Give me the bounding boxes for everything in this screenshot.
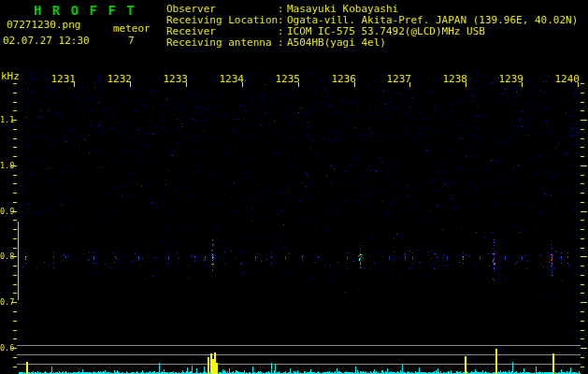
y-tick-label: 1.0 <box>0 162 14 170</box>
y-minor-tick-right <box>581 147 584 148</box>
y-minor-tick <box>13 357 17 358</box>
y-minor-tick <box>13 102 17 103</box>
y-minor-tick-right <box>581 83 584 84</box>
info-row-antenna: Receiving antenna:A504HB(yagi 4el) <box>166 37 578 49</box>
y-minor-tick <box>13 220 17 221</box>
y-minor-tick <box>13 110 17 111</box>
y-minor-tick <box>13 156 17 157</box>
y-minor-tick-right <box>581 202 584 203</box>
y-minor-tick <box>13 93 17 94</box>
x-tick-label: 1237 <box>383 73 411 85</box>
output-filename: 07271230.png <box>7 20 80 31</box>
y-major-tick-right <box>581 120 587 121</box>
y-minor-tick-right <box>581 275 584 276</box>
meteor-count: 7 <box>128 36 135 47</box>
y-minor-tick-right <box>581 102 584 103</box>
y-minor-tick-right <box>581 338 584 339</box>
y-minor-tick <box>13 367 17 367</box>
y-minor-tick-right <box>581 330 584 331</box>
y-minor-tick <box>13 311 17 312</box>
y-minor-tick-right <box>581 110 584 111</box>
y-minor-tick-right <box>581 357 584 358</box>
y-major-tick-right <box>581 302 587 303</box>
y-minor-tick-right <box>581 284 584 285</box>
y-minor-tick <box>13 129 17 130</box>
y-major-tick-right <box>581 165 587 166</box>
y-minor-tick <box>13 83 17 84</box>
y-minor-tick-right <box>581 266 584 266</box>
y-minor-tick <box>13 338 17 339</box>
x-tick-label: 1232 <box>104 73 132 85</box>
y-minor-tick <box>13 229 17 230</box>
x-tick-label: 1236 <box>328 73 356 85</box>
x-tick-label: 1240 <box>552 73 580 85</box>
y-major-tick-right <box>581 256 587 257</box>
x-tick-label: 1239 <box>495 73 523 85</box>
y-minor-tick <box>13 183 17 184</box>
y-minor-tick <box>13 266 17 266</box>
x-tick-label: 1233 <box>160 73 188 85</box>
mode-label: meteor <box>113 23 151 35</box>
y-minor-tick <box>13 193 17 194</box>
y-minor-tick-right <box>581 183 584 184</box>
info-label: Receiving antenna <box>166 37 278 49</box>
x-tick-label: 1235 <box>272 73 300 85</box>
y-minor-tick <box>13 147 17 148</box>
y-minor-tick <box>13 202 17 203</box>
y-minor-tick-right <box>581 311 584 312</box>
y-minor-tick-right <box>581 367 584 367</box>
y-minor-tick-right <box>581 93 584 94</box>
y-minor-tick <box>13 284 17 285</box>
info-colon: : <box>278 37 287 49</box>
y-minor-tick-right <box>581 248 584 249</box>
y-minor-tick-right <box>581 175 584 176</box>
y-minor-tick-right <box>581 129 584 130</box>
y-minor-tick-right <box>581 156 584 157</box>
x-tick-label: 1234 <box>216 73 244 85</box>
y-axis-unit-label: kHz <box>1 71 20 82</box>
y-minor-tick <box>13 238 17 239</box>
datetime-label: 02.07.27 12:30 <box>3 36 90 47</box>
y-minor-tick <box>13 330 17 331</box>
y-minor-tick <box>13 175 17 176</box>
y-major-tick-right <box>581 348 587 349</box>
y-tick-label: 0.6 <box>0 344 14 352</box>
y-minor-tick-right <box>581 238 584 239</box>
y-minor-tick-right <box>581 193 584 194</box>
y-minor-tick-right <box>581 293 584 294</box>
y-minor-tick <box>13 248 17 249</box>
y-minor-tick <box>13 293 17 294</box>
y-tick-label: 0.7 <box>0 298 14 307</box>
spectrogram-canvas <box>0 0 588 374</box>
x-tick-label: 1231 <box>48 73 76 85</box>
info-value: A504HB(yagi 4el) <box>287 37 386 49</box>
y-minor-tick-right <box>581 321 584 322</box>
app-title: H R O F F T <box>34 3 136 18</box>
y-tick-label: 0.8 <box>0 252 14 261</box>
y-major-tick-right <box>581 211 587 212</box>
station-info: Observer:Masayuki Kobayashi Receiving Lo… <box>166 4 578 49</box>
y-minor-tick <box>13 321 17 322</box>
y-minor-tick-right <box>581 229 584 230</box>
y-minor-tick <box>13 275 17 276</box>
y-minor-tick-right <box>581 138 584 139</box>
y-minor-tick-right <box>581 220 584 221</box>
x-tick-label: 1238 <box>439 73 467 85</box>
hrofft-screen: H R O F F T 07271230.png meteor 02.07.27… <box>0 0 588 374</box>
y-minor-tick <box>13 138 17 139</box>
y-tick-label: 1.1 <box>0 116 14 124</box>
y-tick-label: 0.9 <box>0 208 14 216</box>
